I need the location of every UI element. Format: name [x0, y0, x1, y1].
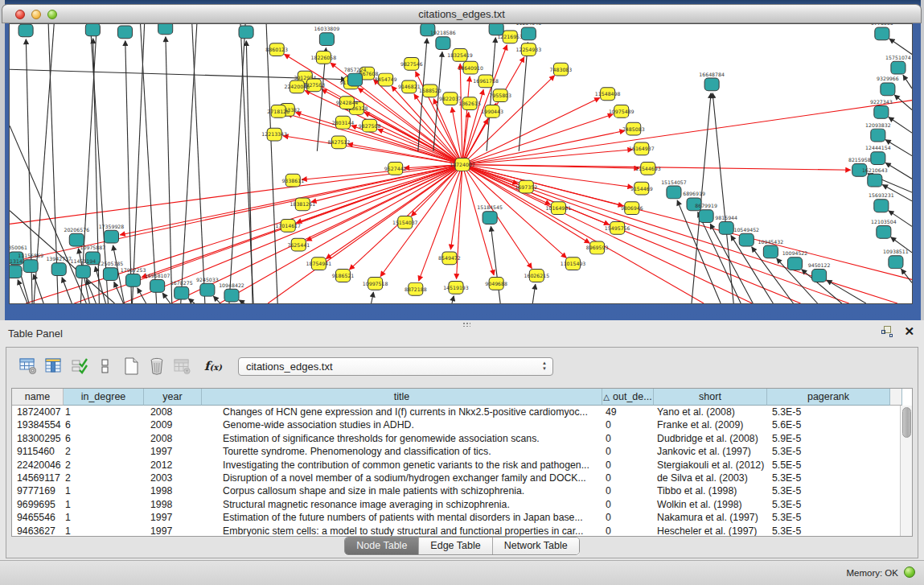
- table-cell[interactable]: 1: [64, 406, 144, 418]
- tab-node-table[interactable]: Node Table: [345, 538, 419, 554]
- table-cell[interactable]: 0: [602, 418, 654, 431]
- table-cell[interactable]: 1: [64, 511, 144, 524]
- graph-edge[interactable]: [532, 284, 535, 303]
- graph-node[interactable]: [150, 279, 165, 292]
- table-cell[interactable]: 9699695: [12, 498, 64, 511]
- table-cell[interactable]: 6: [64, 418, 144, 431]
- graph-edge[interactable]: [192, 24, 205, 303]
- table-row[interactable]: 1938455462009Genome-wide association stu…: [12, 418, 912, 431]
- graph-edge[interactable]: [239, 300, 244, 303]
- graph-edge[interactable]: [138, 288, 146, 303]
- table-row[interactable]: 1872400712008Changes of HCN gene express…: [12, 406, 912, 418]
- table-cell[interactable]: 5.3E-5: [767, 406, 890, 418]
- table-cell[interactable]: Embryonic stem cells: a model to study s…: [202, 525, 602, 537]
- table-cell[interactable]: 5.9E-5: [767, 432, 890, 445]
- graph-edge[interactable]: [125, 41, 132, 303]
- graph-node[interactable]: [891, 61, 906, 74]
- table-cell[interactable]: 9465546: [12, 511, 64, 524]
- table-cell[interactable]: Yano et al. (2008): [654, 406, 767, 418]
- graph-node[interactable]: [874, 106, 889, 119]
- graph-edge[interactable]: [266, 24, 277, 303]
- table-cell[interactable]: 14569117: [12, 472, 64, 484]
- divider-grip[interactable]: [462, 322, 470, 327]
- table-cell[interactable]: Estimation of significance thresholds fo…: [202, 432, 602, 445]
- graph-node[interactable]: [76, 266, 90, 278]
- graph-node[interactable]: [85, 24, 100, 36]
- graph-edge[interactable]: [213, 296, 220, 303]
- graph-edge[interactable]: [903, 75, 912, 89]
- table-cell[interactable]: 5.3E-5: [767, 472, 890, 484]
- table-cell[interactable]: 1997: [144, 445, 202, 458]
- table-cell[interactable]: 2: [64, 472, 144, 484]
- zoom-window-icon[interactable]: [47, 10, 57, 19]
- network-canvas[interactable]: 1872400788601233912954182260589827503105…: [9, 23, 913, 304]
- graph-edge[interactable]: [220, 164, 462, 303]
- graph-edge[interactable]: [378, 129, 462, 164]
- table-row[interactable]: 946554611997Estimation of the future num…: [12, 511, 912, 524]
- table-cell[interactable]: 1: [64, 484, 144, 497]
- table-row[interactable]: 946362711997Embryonic stem cells: a mode…: [12, 525, 912, 537]
- graph-node[interactable]: [319, 33, 334, 46]
- column-header-name[interactable]: name: [12, 389, 64, 406]
- graph-edge[interactable]: [188, 299, 194, 303]
- table-cell[interactable]: 19384554: [12, 418, 64, 431]
- table-cell[interactable]: 0: [602, 511, 654, 524]
- graph-edge[interactable]: [62, 278, 72, 303]
- table-cell[interactable]: 18724007: [12, 406, 64, 418]
- tab-edge-table[interactable]: Edge Table: [419, 538, 492, 554]
- table-cell[interactable]: 2: [64, 445, 144, 458]
- column-header-pagerank[interactable]: pagerank: [767, 389, 890, 406]
- minimize-window-icon[interactable]: [31, 10, 41, 19]
- graph-node[interactable]: [18, 24, 33, 37]
- graph-node[interactable]: [10, 266, 22, 278]
- column-header-short[interactable]: short: [654, 389, 767, 406]
- table-cell[interactable]: Wolkin et al. (1998): [654, 498, 767, 511]
- table-cell[interactable]: 18300295: [12, 432, 64, 445]
- table-cell[interactable]: 0: [602, 432, 654, 445]
- graph-node[interactable]: [126, 274, 141, 287]
- table-cell[interactable]: 1: [64, 498, 144, 511]
- graph-node[interactable]: [871, 129, 885, 142]
- table-cell[interactable]: 1998: [144, 498, 202, 511]
- graph-edge[interactable]: [166, 37, 172, 303]
- table-cell[interactable]: 22420046: [12, 459, 64, 472]
- table-cell[interactable]: 9777169: [12, 484, 64, 497]
- table-cell[interactable]: 9115460: [12, 445, 64, 458]
- close-window-icon[interactable]: [15, 10, 25, 19]
- table-cell[interactable]: 5.6E-5: [767, 418, 890, 431]
- table-cell[interactable]: 49: [602, 406, 654, 418]
- table-cell[interactable]: 5.5E-5: [767, 459, 890, 472]
- table-row[interactable]: 2242004622012Investigating the contribut…: [12, 459, 912, 472]
- table-cell[interactable]: 2: [64, 459, 144, 472]
- table-cell[interactable]: Stergiakouli et al. (2012): [654, 459, 767, 472]
- graph-node[interactable]: [877, 225, 891, 238]
- graph-node[interactable]: [103, 268, 117, 281]
- table-cell[interactable]: 1: [64, 525, 144, 537]
- graph-node[interactable]: [347, 73, 362, 86]
- graph-edge[interactable]: [457, 164, 462, 278]
- graph-edge[interactable]: [460, 64, 462, 164]
- float-panel-icon[interactable]: [881, 326, 893, 337]
- table-cell[interactable]: 5.3E-5: [767, 445, 890, 458]
- table-cell[interactable]: Hescheler et al. (1997): [654, 525, 767, 537]
- graph-edge[interactable]: [452, 296, 454, 303]
- delete-table-icon[interactable]: [145, 355, 169, 377]
- table-cell[interactable]: Disruption of a novel member of a sodium…: [202, 472, 602, 484]
- graph-edge[interactable]: [462, 76, 555, 165]
- column-header-in-degree[interactable]: in_degree: [64, 389, 144, 406]
- table-row[interactable]: 1456911722003Disruption of a novel membe…: [12, 472, 912, 484]
- table-cell[interactable]: 9463627: [12, 525, 64, 537]
- table-row[interactable]: 1830029562008Estimation of significance …: [12, 432, 912, 445]
- table-cell[interactable]: 5.3E-5: [767, 498, 890, 511]
- table-row[interactable]: 977716911998Corpus callosum shape and si…: [12, 484, 912, 497]
- graph-node[interactable]: [739, 233, 754, 246]
- table-cell[interactable]: 2008: [144, 406, 202, 418]
- table-row[interactable]: 969969511998Structural magnetic resonanc…: [12, 498, 912, 511]
- table-cell[interactable]: 5.3E-5: [767, 511, 890, 524]
- graph-node[interactable]: [436, 37, 450, 50]
- graph-edge[interactable]: [462, 114, 613, 165]
- graph-node[interactable]: [763, 245, 778, 258]
- table-cell[interactable]: 0: [602, 472, 654, 484]
- table-cell[interactable]: 0: [602, 459, 654, 472]
- table-cell[interactable]: Nakamura et al. (1997): [654, 511, 767, 524]
